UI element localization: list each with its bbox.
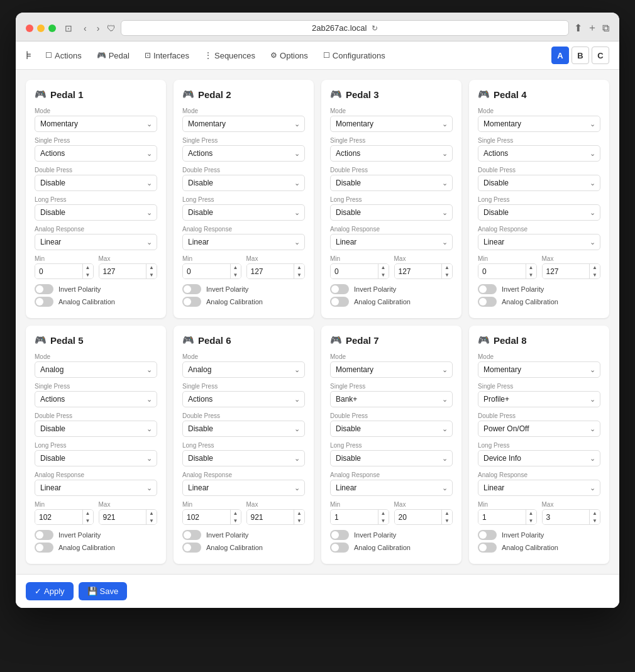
long-press-select-7[interactable]: Disable Actions Device Info: [330, 450, 453, 466]
url-bar[interactable]: 2ab267ac.local ↻: [121, 20, 569, 36]
min-input-7[interactable]: [331, 510, 378, 524]
new-tab-icon[interactable]: ＋: [587, 21, 597, 35]
max-down-6[interactable]: ▼: [294, 517, 304, 525]
max-down-4[interactable]: ▼: [590, 272, 600, 279]
long-press-select-2[interactable]: Disable Actions Device Info: [182, 204, 305, 221]
min-down-3[interactable]: ▼: [378, 272, 389, 279]
share-icon[interactable]: ⬆: [574, 22, 582, 34]
max-up-1[interactable]: ▲: [146, 264, 157, 272]
mode-select-5[interactable]: Momentary Analog Toggle: [35, 361, 157, 378]
min-up-6[interactable]: ▲: [231, 510, 241, 517]
invert-polarity-toggle-1[interactable]: [35, 284, 53, 294]
config-button-a[interactable]: A: [551, 47, 569, 64]
max-up-6[interactable]: ▲: [294, 510, 304, 517]
max-down-8[interactable]: ▼: [590, 517, 600, 525]
single-press-select-3[interactable]: Actions Bank+ Profile+ Disable: [330, 145, 453, 162]
close-button[interactable]: [26, 25, 33, 32]
refresh-button[interactable]: ↻: [372, 24, 378, 33]
mode-select-2[interactable]: Momentary Analog Toggle: [182, 116, 305, 132]
mode-select-4[interactable]: Momentary Analog Toggle: [478, 116, 600, 132]
max-up-5[interactable]: ▲: [146, 510, 157, 517]
max-up-4[interactable]: ▲: [590, 264, 600, 272]
minimize-button[interactable]: [37, 25, 45, 32]
single-press-select-2[interactable]: Actions Bank+ Profile+ Disable: [182, 145, 305, 162]
max-input-7[interactable]: [395, 510, 442, 524]
max-input-3[interactable]: [395, 265, 442, 278]
max-input-2[interactable]: [247, 265, 294, 278]
min-input-5[interactable]: [35, 510, 82, 524]
double-press-select-1[interactable]: Disable Actions Power On/Off: [35, 175, 157, 191]
mode-select-8[interactable]: Momentary Analog Toggle: [478, 361, 600, 378]
long-press-select-6[interactable]: Disable Actions Device Info: [182, 450, 305, 466]
long-press-select-5[interactable]: Disable Actions Device Info: [35, 450, 157, 466]
min-down-1[interactable]: ▼: [83, 272, 93, 279]
min-down-5[interactable]: ▼: [83, 517, 93, 525]
single-press-select-6[interactable]: Actions Bank+ Profile+ Disable: [182, 391, 305, 407]
single-press-select-5[interactable]: Actions Bank+ Profile+ Disable: [35, 391, 157, 407]
max-down-3[interactable]: ▼: [442, 272, 452, 279]
invert-polarity-toggle-2[interactable]: [182, 284, 201, 294]
single-press-select-1[interactable]: Actions Bank+ Profile+ Disable: [35, 145, 157, 162]
maximize-button[interactable]: [48, 25, 56, 32]
long-press-select-3[interactable]: Disable Actions Device Info: [330, 204, 453, 221]
max-up-3[interactable]: ▲: [442, 264, 452, 272]
single-press-select-8[interactable]: Actions Bank+ Profile+ Disable: [478, 391, 600, 407]
min-down-7[interactable]: ▼: [378, 517, 389, 525]
analog-calibration-toggle-3[interactable]: [330, 297, 349, 307]
analog-calibration-toggle-6[interactable]: [182, 543, 201, 553]
long-press-select-4[interactable]: Disable Actions Device Info: [478, 204, 600, 221]
tabs-icon[interactable]: ⧉: [602, 23, 609, 34]
max-down-5[interactable]: ▼: [146, 517, 157, 525]
double-press-select-6[interactable]: Disable Actions Power On/Off: [182, 421, 305, 437]
min-up-2[interactable]: ▲: [231, 264, 241, 272]
back-button[interactable]: ‹: [81, 22, 89, 35]
analog-response-select-8[interactable]: Linear Log AntiLog: [478, 480, 600, 496]
max-input-6[interactable]: [247, 510, 294, 524]
nav-item-options[interactable]: ⚙ Options: [264, 48, 314, 63]
single-press-select-7[interactable]: Actions Bank+ Profile+ Disable: [330, 391, 453, 407]
double-press-select-3[interactable]: Disable Actions Power On/Off: [330, 175, 453, 191]
invert-polarity-toggle-8[interactable]: [478, 530, 497, 540]
min-down-4[interactable]: ▼: [526, 272, 536, 279]
max-up-8[interactable]: ▲: [590, 510, 600, 517]
analog-response-select-2[interactable]: Linear Log AntiLog: [182, 234, 305, 250]
mode-select-1[interactable]: Momentary Analog Toggle: [35, 116, 157, 132]
max-down-7[interactable]: ▼: [442, 517, 452, 525]
min-input-6[interactable]: [183, 510, 230, 524]
nav-item-sequences[interactable]: ⋮ Sequences: [198, 48, 262, 63]
double-press-select-8[interactable]: Disable Actions Power On/Off: [478, 421, 600, 437]
invert-polarity-toggle-6[interactable]: [182, 530, 201, 540]
min-input-8[interactable]: [478, 510, 526, 524]
apply-button[interactable]: ✓ Apply: [26, 582, 74, 600]
analog-calibration-toggle-2[interactable]: [182, 297, 201, 307]
analog-calibration-toggle-7[interactable]: [330, 543, 349, 553]
analog-calibration-toggle-5[interactable]: [35, 543, 53, 553]
config-button-c[interactable]: C: [592, 47, 609, 64]
min-up-7[interactable]: ▲: [378, 510, 389, 517]
analog-response-select-6[interactable]: Linear Log AntiLog: [182, 480, 305, 496]
mode-select-3[interactable]: Momentary Analog Toggle: [330, 116, 453, 132]
double-press-select-4[interactable]: Disable Actions Power On/Off: [478, 175, 600, 191]
analog-calibration-toggle-8[interactable]: [478, 543, 497, 553]
min-input-4[interactable]: [478, 265, 526, 278]
min-down-2[interactable]: ▼: [231, 272, 241, 279]
min-up-1[interactable]: ▲: [83, 264, 93, 272]
min-up-4[interactable]: ▲: [526, 264, 536, 272]
long-press-select-1[interactable]: Disable Actions Device Info: [35, 204, 157, 221]
max-input-1[interactable]: [99, 265, 146, 278]
min-input-1[interactable]: [35, 265, 82, 278]
long-press-select-8[interactable]: Disable Actions Device Info: [478, 450, 600, 466]
invert-polarity-toggle-5[interactable]: [35, 530, 53, 540]
analog-response-select-4[interactable]: Linear Log AntiLog: [478, 234, 600, 250]
analog-calibration-toggle-4[interactable]: [478, 297, 497, 307]
min-down-6[interactable]: ▼: [231, 517, 241, 525]
analog-calibration-toggle-1[interactable]: [35, 297, 53, 307]
min-up-3[interactable]: ▲: [378, 264, 389, 272]
single-press-select-4[interactable]: Actions Bank+ Profile+ Disable: [478, 145, 600, 162]
invert-polarity-toggle-3[interactable]: [330, 284, 349, 294]
double-press-select-2[interactable]: Disable Actions Power On/Off: [182, 175, 305, 191]
double-press-select-5[interactable]: Disable Actions Power On/Off: [35, 421, 157, 437]
min-up-8[interactable]: ▲: [526, 510, 536, 517]
nav-item-interfaces[interactable]: ⊡ Interfaces: [138, 48, 196, 63]
double-press-select-7[interactable]: Disable Actions Power On/Off: [330, 421, 453, 437]
